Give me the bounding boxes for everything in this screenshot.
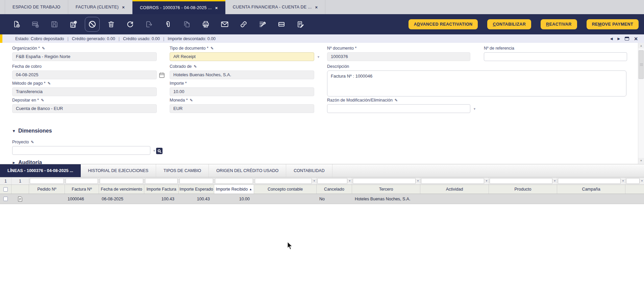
grid-empty-area[interactable] xyxy=(0,204,644,282)
filter-tercero-input[interactable] xyxy=(353,178,416,184)
advanced-reactivation-button[interactable]: ADVANCED REACTIVATION xyxy=(408,19,478,29)
audit-process-icon[interactable] xyxy=(258,20,267,29)
filter-funnel-icon[interactable]: ▼ xyxy=(641,179,643,182)
header-producto[interactable]: Producto xyxy=(489,185,557,194)
close-form-icon[interactable]: ✕ xyxy=(634,36,638,41)
depositar-en-input[interactable]: Cuenta de Banco - EUR xyxy=(12,104,157,113)
filter-vencimiento-input[interactable] xyxy=(100,178,143,184)
section-auditoria[interactable]: ▸ Auditoría xyxy=(13,160,42,164)
filter-actividad-input[interactable] xyxy=(421,178,484,184)
tipo-documento-input[interactable]: AR Receipt xyxy=(170,52,314,61)
link-out-icon[interactable]: ✎ xyxy=(190,98,193,103)
scroll-down-icon[interactable]: ▼ xyxy=(638,158,644,163)
print-icon[interactable] xyxy=(201,20,210,29)
select-all-checkbox[interactable] xyxy=(3,187,8,192)
link-out-icon[interactable]: ✎ xyxy=(41,98,44,103)
section-dimensiones[interactable]: ▾ Dimensiones xyxy=(13,128,52,134)
header-concepto[interactable]: Concepto contable xyxy=(254,185,317,194)
tab-cuenta-financiera[interactable]: CUENTA FINANCIERA - CUENTA DE ... × xyxy=(225,0,326,14)
clone-icon[interactable] xyxy=(182,20,191,29)
close-tab-icon[interactable]: × xyxy=(315,5,318,10)
header-pedido[interactable]: Pedido Nº xyxy=(29,185,65,194)
row-document-icon[interactable] xyxy=(11,194,29,204)
header-campana[interactable]: Campaña xyxy=(557,185,625,194)
filter-funnel-icon[interactable]: ▼ xyxy=(313,179,316,182)
tab-historial-ejecuciones[interactable]: HISTORIAL DE EJECUCIONES xyxy=(81,164,156,177)
filter-producto-input[interactable] xyxy=(490,178,552,184)
row-checkbox[interactable] xyxy=(3,197,8,201)
form-scrollbar[interactable]: ▲ ▼ xyxy=(638,43,644,164)
n-documento-input[interactable]: 1000376 xyxy=(327,52,470,61)
cobrado-de-input[interactable]: Hoteles Buenas Noches, S.A. xyxy=(170,70,314,79)
toggle-view-icon[interactable] xyxy=(277,20,286,29)
organizacion-input[interactable]: F&B España - Región Norte xyxy=(12,52,157,61)
close-tab-icon[interactable]: × xyxy=(122,5,125,10)
descripcion-textarea[interactable]: Factura Nº : 1000046 xyxy=(327,70,626,96)
header-vencimiento[interactable]: Fecha de vencimiento xyxy=(99,185,144,194)
proyecto-dropdown-icon[interactable]: ▼ xyxy=(153,149,156,152)
delete-icon[interactable] xyxy=(107,20,116,29)
moneda-input[interactable]: EUR xyxy=(170,104,314,113)
header-importe-recibido[interactable]: Importe Recibido ▲ xyxy=(214,185,254,194)
save-icon[interactable] xyxy=(50,20,59,29)
save-and-close-icon[interactable] xyxy=(69,20,78,29)
header-importe-esperado[interactable]: Importe Esperado xyxy=(179,185,214,194)
scroll-up-icon[interactable]: ▲ xyxy=(638,43,644,48)
tab-origen-credito-usado[interactable]: ORIGEN DEL CRÉDITO USADO xyxy=(209,164,286,177)
grid-data-row[interactable]: 1000046 06-08-2025 100.43 100.43 10.00 N… xyxy=(0,194,644,204)
link-out-icon[interactable]: ✎ xyxy=(210,46,214,51)
export-icon[interactable] xyxy=(145,20,153,29)
remove-payment-button[interactable]: REMOVE PAYMENT xyxy=(587,19,639,29)
scrollbar-thumb[interactable] xyxy=(639,50,644,79)
filter-extra-input[interactable] xyxy=(626,178,640,184)
link-out-icon[interactable]: ✎ xyxy=(31,140,34,144)
n-referencia-input[interactable] xyxy=(484,52,627,61)
filter-campana-input[interactable] xyxy=(558,178,621,184)
tab-espacio-de-trabajo[interactable]: ESPACIO DE TRABAJO xyxy=(5,0,68,14)
proyecto-input[interactable] xyxy=(12,146,150,155)
calendar-icon[interactable] xyxy=(159,72,165,80)
refresh-icon[interactable] xyxy=(126,20,134,29)
filter-importe-factura-input[interactable] xyxy=(145,178,178,184)
fecha-cobro-input[interactable]: 04-08-2025 xyxy=(12,70,157,79)
link-out-icon[interactable]: ✎ xyxy=(42,46,45,51)
filter-factura-input[interactable] xyxy=(66,178,98,184)
filter-importe-recibido-input[interactable] xyxy=(215,178,253,184)
discard-changes-icon[interactable] xyxy=(88,20,97,29)
filter-pedido-input[interactable] xyxy=(30,178,64,184)
filter-funnel-icon[interactable]: ▼ xyxy=(417,179,419,182)
filter-funnel-icon[interactable]: ▼ xyxy=(622,179,624,182)
previous-record-icon[interactable]: ◀ xyxy=(610,37,613,40)
link-icon[interactable] xyxy=(239,20,248,29)
filter-funnel-icon[interactable]: ▼ xyxy=(348,179,351,182)
razon-dropdown-icon[interactable]: ▼ xyxy=(473,107,476,111)
header-cancelado[interactable]: Cancelado xyxy=(317,185,352,194)
tab-factura-cliente[interactable]: FACTURA (CLIENTE) × xyxy=(68,0,132,14)
notes-icon[interactable] xyxy=(296,20,305,29)
filter-cancelado-input[interactable] xyxy=(317,178,347,184)
filter-funnel-icon[interactable]: ▼ xyxy=(553,179,556,182)
link-out-icon[interactable]: ✎ xyxy=(395,98,398,103)
metodo-pago-input[interactable]: Transferencia xyxy=(12,87,157,96)
header-importe-factura[interactable]: Importe Factura xyxy=(144,185,179,194)
close-tab-icon[interactable]: × xyxy=(215,5,218,10)
tab-cobros[interactable]: COBROS - 1000376 - 04-08-2025 ... × xyxy=(132,0,225,14)
filter-importe-esperado-input[interactable] xyxy=(179,178,213,184)
maximize-form-icon[interactable] xyxy=(625,37,629,40)
importe-input[interactable]: 10.00 xyxy=(170,87,314,96)
new-record-icon[interactable] xyxy=(12,20,21,29)
tab-lineas[interactable]: LÍNEAS - 1000376 - 04-08-2025 ... xyxy=(0,164,81,177)
attachment-icon[interactable] xyxy=(164,20,172,29)
proyecto-search-button[interactable] xyxy=(156,148,163,154)
tab-contabilidad[interactable]: CONTABILIDAD xyxy=(286,164,332,177)
reactivar-button[interactable]: REACTIVAR xyxy=(541,19,577,29)
filter-concepto-input[interactable] xyxy=(255,178,312,184)
filter-funnel-icon[interactable]: ▼ xyxy=(485,179,488,182)
razon-modificacion-input[interactable] xyxy=(327,104,470,113)
email-icon[interactable] xyxy=(220,20,229,29)
link-out-icon[interactable]: ✎ xyxy=(194,64,197,69)
contabilizar-button[interactable]: CONTABILIZAR xyxy=(487,19,531,29)
link-out-icon[interactable]: ✎ xyxy=(48,81,51,86)
header-factura[interactable]: Factura Nº xyxy=(65,185,99,194)
tab-tipos-de-cambio[interactable]: TIPOS DE CAMBIO xyxy=(156,164,209,177)
